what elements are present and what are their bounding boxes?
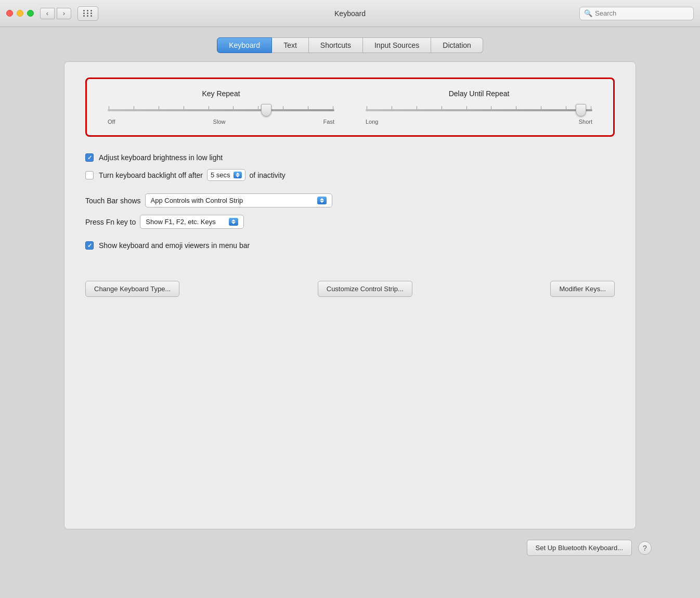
- key-repeat-slider-container: [108, 106, 334, 111]
- delay-repeat-thumb[interactable]: [576, 104, 586, 116]
- key-repeat-fast-label: Fast: [323, 119, 334, 125]
- fn-key-label: Press Fn key to: [85, 218, 136, 226]
- key-repeat-off-label: Off: [108, 119, 115, 125]
- touchbar-select[interactable]: App Controls with Control Strip: [145, 193, 332, 207]
- brightness-option-row: Adjust keyboard brightness in low light: [85, 153, 615, 162]
- repeat-section: Key Repeat Off Slow Fast: [85, 77, 615, 137]
- tab-input-sources[interactable]: Input Sources: [363, 37, 431, 53]
- brightness-checkbox[interactable]: [85, 153, 94, 162]
- backlight-checkbox[interactable]: [85, 171, 94, 179]
- traffic-lights: [6, 10, 34, 17]
- app-grid-button[interactable]: [77, 6, 98, 21]
- tab-bar: Keyboard Text Shortcuts Input Sources Di…: [217, 37, 483, 53]
- delay-short-label: Short: [579, 119, 592, 125]
- search-input[interactable]: [595, 9, 689, 17]
- main-content: Keyboard Text Shortcuts Input Sources Di…: [38, 37, 662, 556]
- tab-shortcuts[interactable]: Shortcuts: [309, 37, 363, 53]
- fn-key-row: Press Fn key to Show F1, F2, etc. Keys: [85, 215, 615, 229]
- minimize-button[interactable]: [17, 10, 23, 17]
- emoji-viewer-checkbox[interactable]: [85, 241, 94, 250]
- fn-key-arrows-icon: [229, 218, 238, 226]
- settings-panel: Key Repeat Off Slow Fast: [64, 61, 636, 529]
- nav-buttons: ‹ ›: [40, 8, 71, 19]
- backlight-arrows-icon: [234, 172, 242, 178]
- delay-long-label: Long: [366, 119, 378, 125]
- touchbar-label: Touch Bar shows: [85, 197, 141, 205]
- bluetooth-keyboard-button[interactable]: Set Up Bluetooth Keyboard...: [527, 540, 632, 556]
- titlebar: ‹ › Keyboard 🔍: [0, 0, 700, 27]
- bottom-right-area: Set Up Bluetooth Keyboard... ?: [38, 540, 662, 556]
- touchbar-row: Touch Bar shows App Controls with Contro…: [85, 193, 615, 207]
- key-repeat-label: Key Repeat: [202, 89, 240, 98]
- forward-button[interactable]: ›: [57, 8, 71, 19]
- customize-strip-button[interactable]: Customize Control Strip...: [318, 281, 412, 297]
- fn-key-value: Show F1, F2, etc. Keys: [146, 218, 225, 226]
- help-button[interactable]: ?: [638, 541, 652, 555]
- modifier-keys-button[interactable]: Modifier Keys...: [550, 281, 615, 297]
- back-button[interactable]: ‹: [40, 8, 55, 19]
- delay-repeat-label: Delay Until Repeat: [449, 89, 510, 98]
- search-icon: 🔍: [584, 9, 592, 17]
- delay-repeat-slider-container: [366, 106, 592, 111]
- tab-keyboard[interactable]: Keyboard: [217, 37, 272, 53]
- delay-repeat-labels: Long Short: [366, 119, 592, 125]
- fn-key-select[interactable]: Show F1, F2, etc. Keys: [140, 215, 244, 229]
- emoji-viewer-row: Show keyboard and emoji viewers in menu …: [85, 241, 615, 250]
- touchbar-value: App Controls with Control Strip: [151, 197, 313, 204]
- key-repeat-control: Key Repeat Off Slow Fast: [108, 89, 334, 125]
- backlight-before-label: Turn keyboard backlight off after: [99, 171, 203, 179]
- fullscreen-button[interactable]: [27, 10, 34, 17]
- touchbar-arrows-icon: [317, 197, 327, 204]
- search-bar[interactable]: 🔍: [579, 7, 694, 20]
- tab-text[interactable]: Text: [272, 37, 309, 53]
- tab-dictation[interactable]: Dictation: [431, 37, 483, 53]
- close-button[interactable]: [6, 10, 13, 17]
- bottom-buttons: Change Keyboard Type... Customize Contro…: [85, 270, 615, 297]
- delay-repeat-control: Delay Until Repeat Long Short: [366, 89, 592, 125]
- key-repeat-thumb[interactable]: [261, 104, 271, 116]
- emoji-viewer-label: Show keyboard and emoji viewers in menu …: [99, 241, 250, 250]
- backlight-option-row: Turn keyboard backlight off after 5 secs…: [85, 169, 615, 181]
- grid-icon: [83, 10, 93, 17]
- backlight-after-label: of inactivity: [250, 171, 286, 179]
- key-repeat-slow-label: Slow: [213, 119, 226, 125]
- brightness-label: Adjust keyboard brightness in low light: [99, 153, 223, 162]
- delay-repeat-track[interactable]: [366, 109, 592, 111]
- key-repeat-track[interactable]: [108, 109, 334, 111]
- backlight-duration-select[interactable]: 5 secs: [207, 169, 245, 181]
- backlight-duration-value: 5 secs: [211, 171, 230, 179]
- change-keyboard-button[interactable]: Change Keyboard Type...: [85, 281, 179, 297]
- key-repeat-labels: Off Slow Fast: [108, 119, 334, 125]
- window-title: Keyboard: [334, 9, 366, 18]
